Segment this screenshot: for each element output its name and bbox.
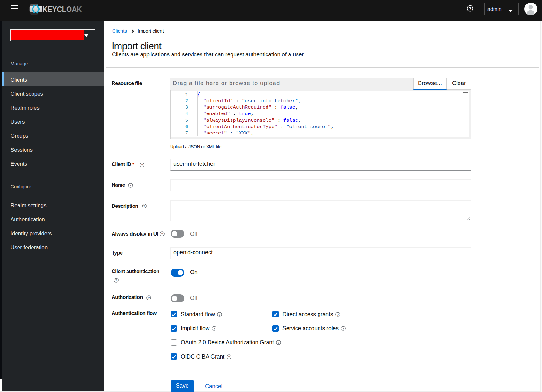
svg-text:KEYCLOAK: KEYCLOAK — [42, 5, 82, 14]
svg-text:?: ? — [148, 296, 150, 300]
svg-text:?: ? — [161, 232, 163, 236]
svg-text:?: ? — [469, 6, 472, 11]
svg-text:?: ? — [337, 313, 339, 316]
svg-text:?: ? — [115, 279, 117, 282]
svg-text:?: ? — [130, 184, 132, 187]
svg-text:?: ? — [219, 313, 221, 316]
svg-text:?: ? — [213, 327, 215, 330]
svg-text:?: ? — [143, 204, 145, 208]
svg-text:?: ? — [228, 355, 230, 359]
svg-text:?: ? — [342, 327, 344, 330]
svg-text:?: ? — [277, 341, 279, 344]
svg-text:?: ? — [141, 163, 143, 167]
